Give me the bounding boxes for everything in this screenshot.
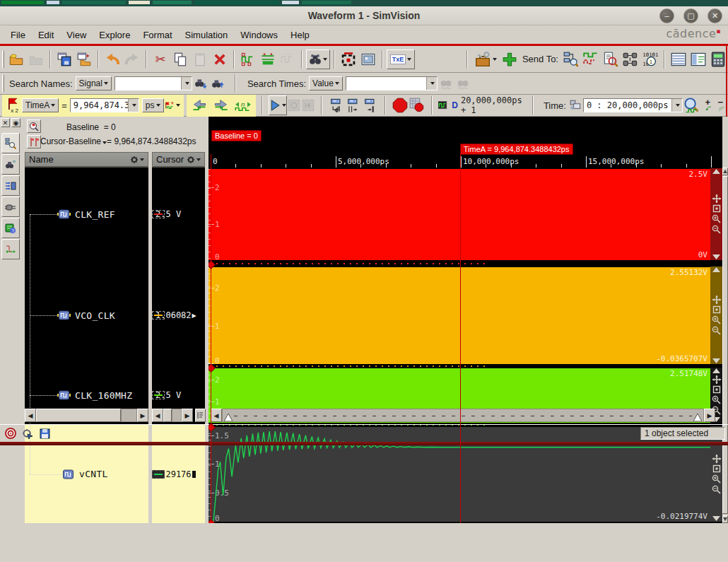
compare-tab[interactable]	[1, 239, 20, 259]
pane-close-button[interactable]: ✕	[1, 118, 10, 127]
send-to-schematic-icon[interactable]	[561, 49, 581, 69]
show-layout-icon[interactable]	[688, 49, 708, 69]
stop-simulation-icon[interactable]	[392, 95, 409, 115]
next-edge-icon[interactable]	[211, 95, 231, 115]
name-column-gear-icon[interactable]	[130, 156, 139, 164]
menu-edit[interactable]: Edit	[32, 27, 60, 43]
search-names-up-icon[interactable]	[209, 74, 226, 93]
time-range-input[interactable]: 0 : 20,000,000ps	[583, 98, 683, 112]
zoom-waveform-icon[interactable]	[683, 95, 701, 115]
send-to-calculator-icon[interactable]: 10101101	[640, 49, 660, 69]
row-zoom-in-icon[interactable]	[712, 474, 721, 484]
cursor-scroll-thumb[interactable]	[163, 409, 172, 422]
row-expand-icon[interactable]	[712, 204, 721, 213]
cursor-baseline-icon[interactable]	[27, 135, 41, 148]
send-to-source-icon[interactable]	[601, 49, 621, 69]
redo-icon[interactable]	[122, 49, 142, 69]
cursor-scroll-left-button[interactable]: ◀	[152, 409, 163, 422]
snapshot-icon[interactable]	[358, 49, 378, 69]
run-to-time-icon[interactable]	[328, 95, 345, 115]
timea-cursor-line[interactable]	[460, 154, 461, 523]
cursor-row-vco_clk[interactable]: 1.06082▶	[152, 310, 205, 321]
close-button[interactable]: ✕	[708, 8, 722, 23]
cursor-column-header[interactable]: Cursor	[152, 152, 205, 168]
pane-expand-button[interactable]: ◉	[11, 118, 20, 127]
paste-icon[interactable]	[190, 49, 210, 69]
baseline-zoom-icon[interactable]	[27, 119, 41, 133]
row-tools-vco_clk[interactable]	[710, 267, 722, 364]
row-zoom-in-icon[interactable]	[712, 315, 721, 324]
calculator-icon[interactable]	[708, 49, 728, 69]
search-times-prev-icon[interactable]	[454, 74, 471, 93]
run-to-breakpoint-icon[interactable]	[362, 95, 379, 115]
status-run-tool-icon[interactable]	[19, 426, 36, 441]
signal-row-clk_ref[interactable]: CLK_REF	[25, 209, 148, 220]
waveform-canvas[interactable]: Baseline = 0TimeA = 9,964,874.3488432ps0…	[209, 117, 722, 523]
row-expand-icon[interactable]	[712, 305, 721, 314]
menu-file[interactable]: File	[4, 27, 32, 43]
name-scroll-left-button[interactable]: ◀	[25, 409, 36, 422]
open-window-button[interactable]	[74, 49, 94, 69]
cursor-panel-hscrollbar[interactable]: ◀ ▶	[152, 409, 193, 422]
row-move-icon[interactable]	[712, 375, 721, 384]
menu-format[interactable]: Format	[136, 27, 178, 43]
row-move-icon[interactable]	[712, 455, 721, 463]
signals-tab[interactable]	[1, 175, 20, 196]
scroll-up-button[interactable]	[722, 168, 728, 175]
signal-name-panel[interactable]: CLK_REFVCO_CLKCLK_160MHZvCNTL	[25, 168, 148, 523]
display-mode-icon[interactable]	[152, 470, 165, 479]
show-values-list-icon[interactable]	[669, 49, 688, 69]
signal-row-vcntl[interactable]: vCNTL	[25, 469, 148, 480]
zoom-out-button[interactable]: −	[718, 99, 725, 112]
row-scroll-up-icon[interactable]	[712, 368, 720, 373]
time-link-icon[interactable]	[569, 95, 583, 115]
row-scroll-down-icon[interactable]	[712, 254, 720, 259]
previous-edge-icon[interactable]	[189, 95, 209, 115]
maximize-button[interactable]: ▢	[683, 8, 698, 23]
add-signal-icon[interactable]	[500, 49, 519, 69]
list-config-button[interactable]	[195, 409, 206, 422]
display-mode-icon[interactable]	[152, 311, 165, 320]
waveform-range-scrollbar[interactable]: ◀ ▶	[211, 409, 715, 422]
menu-explore[interactable]: Explore	[93, 27, 136, 43]
cursor-time-input[interactable]: 9,964,874.34	[70, 98, 139, 112]
minimize-button[interactable]: –	[659, 8, 674, 23]
name-scroll-right-button[interactable]: ▶	[137, 409, 148, 422]
send-to-schematic-tracer-icon[interactable]	[621, 49, 640, 69]
signal-row-clk_160mhz[interactable]: CLK_160MHZ	[25, 390, 148, 401]
scroll-thumb[interactable]	[722, 176, 728, 514]
signal-row-vco_clk[interactable]: VCO_CLK	[25, 310, 148, 321]
cut-icon[interactable]: ✂	[151, 49, 170, 69]
close-database-button[interactable]	[26, 49, 46, 69]
row-scroll-down-icon[interactable]	[712, 516, 720, 521]
reset-simulation-icon[interactable]	[301, 95, 315, 115]
run-to-cursor-icon[interactable]	[345, 95, 362, 115]
cursor-flag-icon[interactable]: x 2	[5, 95, 22, 115]
search-tab[interactable]	[1, 154, 20, 175]
range-end-handle[interactable]	[693, 414, 702, 421]
cursor-row-clk_160mhz[interactable]: 2.5 V	[152, 390, 205, 401]
toolbox-button[interactable]	[471, 49, 500, 69]
name-panel-hscrollbar[interactable]: ◀ ▶	[25, 409, 148, 422]
row-expand-icon[interactable]	[712, 385, 721, 394]
delete-icon[interactable]	[210, 49, 230, 69]
range-start-handle[interactable]	[224, 414, 233, 421]
row-zoom-out-icon[interactable]	[712, 326, 721, 335]
next-n-edges-icon[interactable]: n	[233, 95, 253, 115]
status-save-icon[interactable]	[36, 426, 53, 441]
save-button[interactable]	[54, 49, 74, 69]
cursor-column-gear-icon[interactable]	[187, 156, 195, 164]
wave-scroll-left-button[interactable]: ◀	[211, 409, 222, 422]
copy-icon[interactable]	[170, 49, 190, 69]
properties-tab[interactable]: ?	[1, 218, 20, 238]
search-names-down-icon[interactable]	[192, 74, 209, 93]
create-group-icon[interactable]	[238, 49, 258, 69]
vertical-scrollbar[interactable]	[722, 168, 728, 523]
search-times-mode-select[interactable]: Value	[309, 76, 343, 90]
hotspot-target-icon[interactable]	[339, 49, 358, 69]
display-mode-icon[interactable]	[152, 391, 165, 399]
title-bar[interactable]: Waveform 1 - SimVision – ▢ ✕	[0, 6, 728, 25]
timea-flag[interactable]: TimeA = 9,964,874.3488432ps	[460, 144, 573, 155]
pause-simulation-icon[interactable]	[287, 95, 301, 115]
cursor-baseline-label[interactable]: Cursor-Baseline	[40, 136, 101, 146]
